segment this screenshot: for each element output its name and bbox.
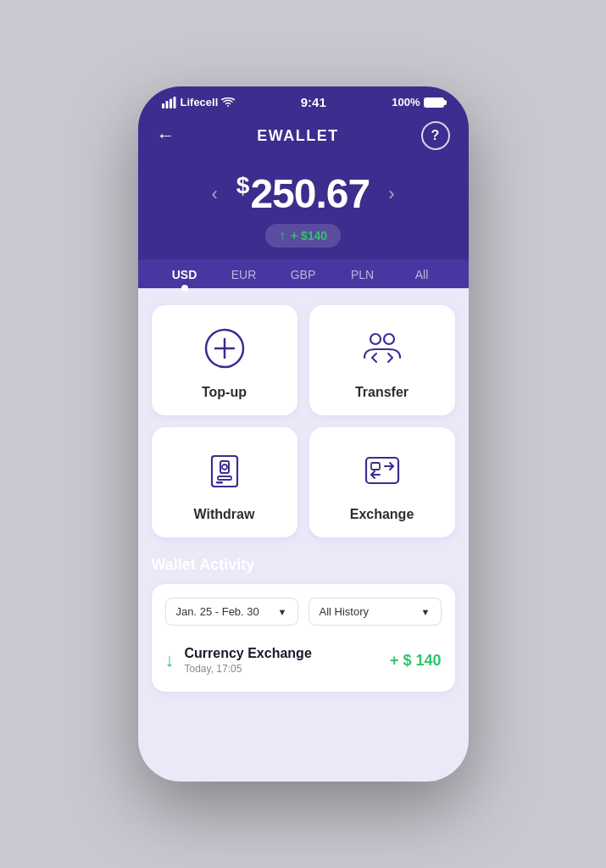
withdraw-icon [202, 448, 247, 497]
svg-rect-13 [216, 481, 223, 484]
signal-icon [162, 97, 177, 108]
svg-point-8 [384, 334, 394, 344]
svg-rect-12 [218, 476, 231, 480]
balance-section: ‹ $250.67 › ↑ + $140 USD EUR GBP PLN All [138, 162, 469, 288]
exchange-card[interactable]: Exchange [309, 427, 455, 537]
date-filter-dropdown[interactable]: Jan. 25 - Feb. 30 ▼ [165, 598, 298, 626]
page-title: EWALLET [257, 127, 339, 145]
filter-row: Jan. 25 - Feb. 30 ▼ All History ▼ [165, 598, 442, 626]
status-left: Lifecell [162, 96, 236, 108]
carrier-label: Lifecell [181, 96, 219, 108]
exchange-label: Exchange [350, 507, 414, 522]
svg-rect-14 [366, 458, 398, 483]
balance-amount: $250.67 [236, 170, 370, 217]
battery-label: 100% [392, 96, 420, 108]
date-filter-chevron-icon: ▼ [278, 607, 287, 617]
wallet-activity-section: Wallet Activity Jan. 25 - Feb. 30 ▼ All … [152, 556, 455, 692]
withdraw-card[interactable]: Withdraw [152, 427, 297, 537]
svg-point-11 [222, 465, 227, 470]
currency-tabs: USD EUR GBP PLN All [138, 259, 469, 288]
tab-usd[interactable]: USD [155, 259, 214, 288]
history-filter-chevron-icon: ▼ [421, 607, 431, 617]
status-time: 9:41 [301, 95, 326, 109]
date-filter-label: Jan. 25 - Feb. 30 [176, 605, 259, 618]
balance-row: ‹ $250.67 › [138, 170, 469, 217]
tx-time: Today, 17:05 [185, 663, 380, 675]
withdraw-label: Withdraw [194, 507, 255, 522]
help-button[interactable]: ? [421, 121, 450, 150]
svg-rect-2 [170, 98, 172, 108]
badge-amount: + $140 [291, 229, 327, 242]
balance-next-button[interactable]: › [380, 183, 403, 205]
tab-eur[interactable]: EUR [214, 259, 274, 288]
action-grid: Top-up Transfer [152, 305, 455, 537]
tx-info: Currency Exchange Today, 17:05 [185, 646, 380, 675]
topup-label: Top-up [202, 385, 247, 400]
transfer-card[interactable]: Transfer [309, 305, 455, 415]
phone-shell: Lifecell 9:41 100% ← EWALLET ? ‹ $250 [138, 86, 469, 782]
svg-rect-1 [165, 101, 168, 108]
transfer-icon [359, 326, 405, 375]
svg-rect-15 [371, 463, 380, 470]
main-content: Top-up Transfer [138, 288, 469, 782]
balance-prev-button[interactable]: ‹ [203, 183, 225, 205]
svg-rect-0 [162, 103, 164, 108]
badge-arrow-icon: ↑ [279, 228, 286, 243]
history-filter-label: All History [320, 605, 370, 618]
svg-rect-3 [173, 97, 175, 108]
battery-icon [424, 97, 444, 108]
back-button[interactable]: ← [157, 125, 175, 147]
status-bar: Lifecell 9:41 100% [138, 86, 469, 114]
tab-gbp[interactable]: GBP [274, 259, 333, 288]
tx-title: Currency Exchange [185, 646, 380, 661]
topup-card[interactable]: Top-up [152, 305, 297, 415]
header: ← EWALLET ? [138, 114, 469, 162]
wifi-icon [221, 97, 235, 108]
table-row: ↓ Currency Exchange Today, 17:05 + $ 140 [165, 639, 442, 678]
wallet-activity-title: Wallet Activity [152, 556, 455, 574]
tx-amount: + $ 140 [390, 652, 442, 670]
currency-symbol: $ [236, 172, 249, 198]
tab-all[interactable]: All [392, 259, 452, 288]
transfer-label: Transfer [355, 385, 409, 400]
status-right: 100% [392, 96, 444, 108]
exchange-icon [359, 448, 405, 497]
activity-card: Jan. 25 - Feb. 30 ▼ All History ▼ ↓ Curr… [152, 584, 455, 692]
tab-pln[interactable]: PLN [333, 259, 392, 288]
tx-direction-icon: ↓ [165, 649, 175, 671]
svg-point-7 [370, 334, 381, 344]
history-filter-dropdown[interactable]: All History ▼ [309, 598, 442, 626]
balance-badge: ↑ + $140 [265, 224, 341, 248]
topup-icon [202, 326, 247, 375]
